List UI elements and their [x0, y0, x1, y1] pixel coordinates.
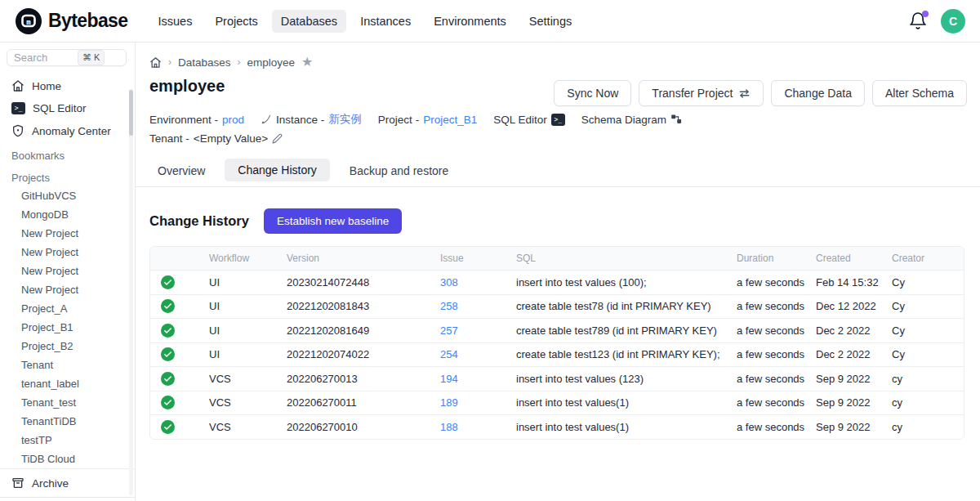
notification-bell-icon[interactable] [908, 11, 928, 31]
workflow-cell: UI [209, 348, 287, 360]
issue-link[interactable]: 189 [440, 396, 458, 409]
table-row[interactable]: VCS202206270010188insert into test value… [150, 414, 964, 439]
sidebar-project-item[interactable]: TenantTiDB [0, 412, 135, 431]
issue-link[interactable]: 257 [440, 324, 458, 337]
tab-overview[interactable]: Overview [149, 159, 213, 186]
sidebar-project-item[interactable]: New Project [0, 262, 135, 280]
table-row[interactable]: UI20221202081843258create table test78 (… [150, 294, 964, 319]
issue-link[interactable]: 254 [440, 348, 458, 360]
project-link[interactable]: Project_B1 [423, 114, 477, 126]
breadcrumb-employee[interactable]: employee [247, 56, 296, 69]
page-title: employee [149, 77, 225, 96]
issue-link-cell[interactable]: 188 [440, 421, 516, 433]
col-sql: SQL [516, 253, 737, 264]
instance-meta: Instance - 新实例 [261, 112, 362, 127]
duration-cell: a few seconds [737, 324, 816, 337]
sidebar-project-item[interactable]: New Project [0, 224, 135, 243]
terminal-icon: >_ [11, 102, 25, 114]
schema-diagram-shortcut[interactable]: Schema Diagram [581, 114, 683, 126]
col-created: Created [816, 253, 892, 264]
sidebar-project-item[interactable]: tenant_label [0, 374, 135, 393]
issue-link-cell[interactable]: 257 [440, 324, 516, 337]
user-avatar[interactable]: C [941, 9, 965, 34]
duration-cell: a few seconds [737, 396, 816, 409]
sidebar-item-home[interactable]: Home [0, 74, 135, 97]
archive-icon [11, 476, 24, 490]
sidebar-item-sql-editor[interactable]: >_ SQL Editor [0, 97, 135, 119]
sidebar-item-archive[interactable]: Archive [0, 468, 135, 497]
environment-link[interactable]: prod [222, 114, 244, 126]
header-actions: Sync Now Transfer Project Change Data Al… [554, 77, 967, 106]
schema-diagram-icon [670, 114, 683, 125]
issue-link[interactable]: 258 [440, 300, 458, 312]
sidebar: ⌘ K Home >_ SQL Editor Anomaly Center [0, 42, 136, 501]
sidebar-project-item[interactable]: Tenant_test [0, 393, 135, 412]
bookmark-star-icon[interactable]: ★ [301, 56, 313, 69]
tab-change-history[interactable]: Change History [225, 159, 330, 181]
issue-link-cell[interactable]: 308 [440, 276, 516, 289]
col-issue: Issue [440, 253, 516, 264]
creator-cell: cy [892, 373, 964, 385]
issue-link[interactable]: 308 [440, 276, 458, 289]
created-cell: Dec 12 2022 [816, 300, 892, 312]
sidebar-project-item[interactable]: GitHubVCS [0, 186, 135, 205]
issue-link-cell[interactable]: 194 [440, 373, 516, 385]
database-tabs: Overview Change History Backup and resto… [136, 150, 980, 187]
nav-item-settings[interactable]: Settings [520, 10, 581, 33]
issue-link-cell[interactable]: 254 [440, 348, 516, 360]
nav-item-instances[interactable]: Instances [351, 10, 420, 33]
issue-link-cell[interactable]: 189 [440, 396, 516, 409]
sidebar-scrollbar-thumb[interactable] [129, 90, 133, 136]
breadcrumb-databases[interactable]: Databases [178, 56, 231, 69]
sidebar-item-anomaly-center[interactable]: Anomaly Center [0, 119, 135, 142]
sync-now-button[interactable]: Sync Now [554, 80, 631, 106]
chevron-right-icon: › [238, 56, 241, 68]
tab-backup-and-restore[interactable]: Backup and restore [341, 159, 457, 186]
sidebar-item-label: Home [32, 80, 61, 92]
sql-editor-shortcut[interactable]: SQL Editor >_ [493, 114, 565, 126]
search-input[interactable] [14, 51, 78, 64]
table-row[interactable]: UI20230214072448308insert into test valu… [150, 270, 964, 294]
sidebar-project-item[interactable]: TiDB Cloud [0, 450, 135, 468]
created-cell: Sep 9 2022 [816, 421, 892, 433]
establish-new-baseline-button[interactable]: Establish new baseline [264, 208, 402, 234]
workflow-cell: UI [209, 276, 287, 289]
table-row[interactable]: VCS202206270013194insert into test value… [150, 366, 964, 391]
sidebar-project-item[interactable]: Tenant [0, 356, 135, 374]
sql-cell: create table test78 (id int PRIMARY KEY) [516, 300, 737, 312]
bytebase-logo[interactable]: m Bytebase [15, 7, 127, 35]
top-navigation-bar: m Bytebase Issues Projects Databases Ins… [0, 0, 980, 42]
creator-cell: cy [892, 421, 964, 433]
issue-link[interactable]: 188 [440, 421, 458, 433]
sidebar-project-item[interactable]: New Project [0, 243, 135, 262]
search-box[interactable]: ⌘ K [7, 49, 127, 66]
sidebar-project-item[interactable]: New Project [0, 280, 135, 299]
sidebar-project-item[interactable]: Project_A [0, 299, 135, 318]
issue-link[interactable]: 194 [440, 373, 458, 385]
sql-cell: insert into test values(1) [516, 396, 737, 409]
sidebar-project-item[interactable]: MongoDB [0, 205, 135, 224]
breadcrumb-home-icon[interactable] [149, 56, 162, 69]
sql-cell: insert into test values (123) [516, 373, 737, 385]
table-row[interactable]: UI20221202081649257create table test789 … [150, 318, 964, 342]
nav-item-projects[interactable]: Projects [206, 10, 266, 33]
creator-cell: Cy [892, 348, 964, 360]
nav-item-issues[interactable]: Issues [149, 10, 201, 33]
version-cell: 202206270010 [287, 421, 440, 433]
instance-link[interactable]: 新实例 [328, 112, 362, 127]
sidebar-project-item[interactable]: testTP [0, 431, 135, 450]
table-row[interactable]: UI20221202074022254create table test123 … [150, 342, 964, 367]
sql-cell: create table test789 (id int PRIMARY KEY… [516, 324, 737, 337]
col-creator: Creator [892, 253, 964, 264]
issue-link-cell[interactable]: 258 [440, 300, 516, 312]
nav-item-databases[interactable]: Databases [272, 10, 346, 33]
nav-item-environments[interactable]: Environments [425, 10, 515, 33]
transfer-project-button[interactable]: Transfer Project [639, 80, 764, 106]
sidebar-project-item[interactable]: Project_B2 [0, 337, 135, 356]
table-row[interactable]: VCS202206270011189insert into test value… [150, 391, 964, 415]
change-data-button[interactable]: Change Data [771, 80, 865, 106]
alter-schema-button[interactable]: Alter Schema [872, 80, 967, 106]
table-header-row: Workflow Version Issue SQL Duration Crea… [150, 247, 964, 270]
sidebar-project-item[interactable]: Project_B1 [0, 318, 135, 337]
edit-pencil-icon[interactable] [272, 133, 283, 144]
